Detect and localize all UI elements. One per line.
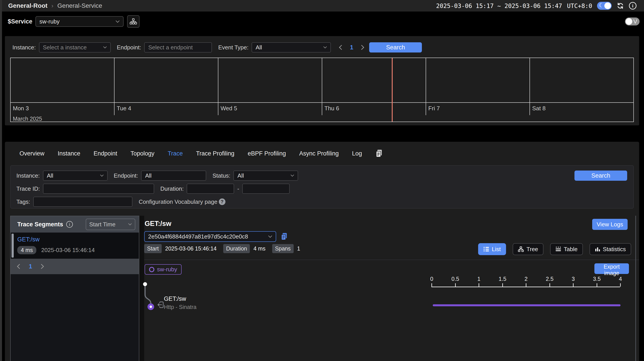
- calendar-day-label: Wed 5: [218, 103, 322, 115]
- info-icon[interactable]: i: [629, 2, 636, 10]
- calendar-day-label: Fri 7: [426, 103, 530, 115]
- filter-tags-input[interactable]: [33, 197, 132, 207]
- vocabulary-link[interactable]: Configuration Vocabulary page: [139, 198, 218, 205]
- event-endpoint-label: Endpoint:: [117, 44, 141, 51]
- view-table-button[interactable]: Table: [550, 243, 583, 255]
- segments-page-number[interactable]: 1: [29, 263, 32, 270]
- segment-start-time: 2025-03-06 15:46:14: [41, 247, 94, 254]
- list-icon: [484, 246, 489, 252]
- segments-sort-select[interactable]: Start Time: [86, 218, 135, 230]
- span-duration-bar[interactable]: [433, 304, 620, 306]
- service-legend-tag[interactable]: sw-ruby: [144, 264, 182, 275]
- tab-endpoint[interactable]: Endpoint: [94, 150, 117, 157]
- trace-id-select[interactable]: 2e50a4f6884d497a81e97d5c4c20e0c8: [144, 231, 276, 242]
- duration-separator: -: [237, 185, 239, 192]
- calendar-day-cell[interactable]: [426, 58, 530, 102]
- span-component: Http - Sinatra: [164, 304, 196, 310]
- event-search-button[interactable]: Search: [369, 42, 422, 52]
- calendar-day-cell[interactable]: [322, 58, 426, 102]
- prev-page-icon[interactable]: [339, 45, 344, 50]
- collapsed-nav-strip: [0, 0, 2, 361]
- copy-trace-id-icon[interactable]: [280, 232, 288, 240]
- calendar-month-label: March 2025: [11, 115, 633, 123]
- event-type-value: All: [256, 44, 262, 51]
- tab-topology[interactable]: Topology: [130, 150, 154, 157]
- view-tree-button[interactable]: Tree: [513, 243, 544, 255]
- service-select[interactable]: sw-ruby: [36, 16, 124, 27]
- chevron-down-icon: [100, 174, 104, 177]
- view-logs-button[interactable]: View Logs: [592, 219, 628, 230]
- tab-bar: Overview Instance Endpoint Topology Trac…: [5, 142, 639, 165]
- copy-dashboard-icon[interactable]: [375, 149, 383, 158]
- next-page-icon[interactable]: [39, 264, 44, 269]
- tab-instance[interactable]: Instance: [58, 150, 80, 157]
- service-legend-icon: [149, 267, 154, 272]
- event-instance-label: Instance:: [12, 44, 36, 51]
- filter-duration-min-input[interactable]: [187, 184, 234, 194]
- calendar-day-cell[interactable]: [218, 58, 322, 102]
- table-icon: [556, 246, 561, 252]
- event-type-select[interactable]: All: [252, 42, 331, 52]
- event-page-number[interactable]: 1: [350, 44, 353, 51]
- tab-ebpf-profiling[interactable]: eBPF Profiling: [248, 150, 286, 157]
- trace-start-time: 2025-03-06 15:46:14: [165, 246, 216, 252]
- trace-filter-card: Instance: All Endpoint: Status: All Trac…: [10, 165, 634, 209]
- calendar-day-cell[interactable]: [114, 58, 218, 102]
- segments-info-icon[interactable]: i: [66, 221, 73, 228]
- trace-segments-panel: Trace Segments i Start Time GET:/sw 4 ms…: [10, 216, 139, 361]
- segment-name[interactable]: GET:/sw: [17, 236, 139, 243]
- scrollbar[interactable]: [635, 216, 636, 361]
- version-toggle[interactable]: V: [625, 18, 640, 26]
- view-statistics-button[interactable]: Statistics: [590, 243, 631, 255]
- help-icon[interactable]: ?: [219, 198, 226, 205]
- time-range-picker[interactable]: 2025-03-06 15:17 ~ 2025-03-06 15:47: [436, 2, 562, 9]
- theme-toggle[interactable]: ☾: [597, 2, 612, 10]
- tab-trace-profiling[interactable]: Trace Profiling: [196, 150, 234, 157]
- filter-status-label: Status:: [212, 172, 230, 179]
- chevron-down-icon: [268, 236, 272, 238]
- tree-icon: [518, 246, 524, 252]
- filter-instance-label: Instance:: [16, 172, 40, 179]
- refresh-icon[interactable]: [616, 2, 624, 10]
- trace-segment-item[interactable]: GET:/sw 4 ms 2025-03-06 15:46:14: [11, 232, 139, 259]
- filter-endpoint-input[interactable]: [141, 170, 206, 181]
- trace-title: GET:/sw: [144, 220, 172, 228]
- breadcrumb-root[interactable]: General-Root: [8, 2, 48, 9]
- filter-trace-id-input[interactable]: [43, 184, 154, 194]
- chevron-down-icon: [103, 46, 107, 48]
- event-instance-select[interactable]: Select a instance: [39, 42, 111, 52]
- start-chip: Start: [144, 244, 162, 253]
- calendar-day-label: Tue 4: [114, 103, 218, 115]
- view-list-button[interactable]: List: [478, 243, 506, 255]
- next-page-icon[interactable]: [359, 45, 364, 50]
- trace-id-value: 2e50a4f6884d497a81e97d5c4c20e0c8: [148, 233, 248, 240]
- tab-trace[interactable]: Trace: [168, 150, 183, 157]
- segment-duration-badge: 4 ms: [17, 246, 36, 254]
- prev-page-icon[interactable]: [17, 264, 22, 269]
- span-name[interactable]: GET:/sw: [164, 296, 186, 302]
- filter-instance-select[interactable]: All: [43, 170, 108, 181]
- export-image-button[interactable]: Export image: [594, 263, 629, 274]
- tab-overview[interactable]: Overview: [20, 150, 44, 157]
- event-endpoint-input[interactable]: [144, 42, 212, 52]
- tab-async-profiling[interactable]: Async Profiling: [299, 150, 339, 157]
- version-toggle-label: V: [633, 18, 637, 25]
- root-node-dot: [143, 282, 147, 286]
- breadcrumb-current[interactable]: General-Service: [57, 2, 102, 9]
- top-header: General-Root › General-Service 2025-03-0…: [2, 0, 644, 12]
- chevron-down-icon: [128, 223, 132, 226]
- filter-duration-max-input[interactable]: [242, 184, 290, 194]
- tab-log[interactable]: Log: [352, 150, 362, 157]
- segments-list-empty-area: [11, 274, 139, 361]
- spans-chip: Spans: [272, 244, 294, 253]
- timezone-label[interactable]: UTC+8:0: [567, 2, 592, 9]
- service-variable-label: $Service: [8, 18, 32, 25]
- view-switcher: List Tree Table Statistics: [478, 243, 631, 255]
- trace-search-button[interactable]: Search: [574, 170, 627, 181]
- filter-status-select[interactable]: All: [234, 170, 298, 181]
- span-exit-icon: [157, 301, 164, 310]
- topology-icon-button[interactable]: [127, 15, 140, 28]
- calendar-day-cell[interactable]: [11, 58, 114, 102]
- chevron-down-icon: [116, 20, 120, 23]
- calendar-day-cell[interactable]: [530, 58, 633, 102]
